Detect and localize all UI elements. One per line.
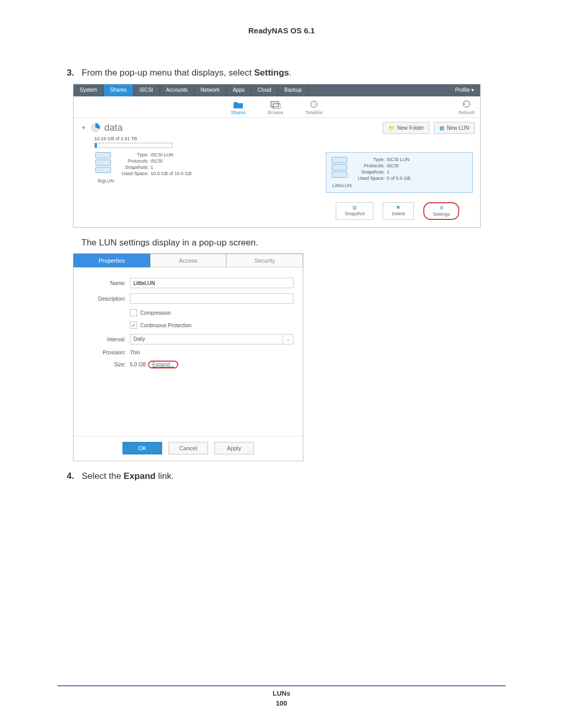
name-label: Name: bbox=[83, 280, 130, 286]
toolbar-timeline-label: Timeline bbox=[305, 110, 323, 115]
biglun-card[interactable]: BigLUN Type:iSCSI LUN Protocols:iSCSI Sn… bbox=[94, 152, 315, 193]
v: iSCSI bbox=[151, 158, 163, 164]
nav-shares[interactable]: Shares bbox=[104, 84, 133, 96]
new-lun-button[interactable]: ▦ New LUN bbox=[434, 122, 475, 134]
name-field[interactable] bbox=[130, 278, 293, 288]
lun-disk-icon bbox=[95, 159, 111, 166]
compression-label: Compression bbox=[140, 310, 171, 316]
provision-value: Thin bbox=[130, 350, 140, 355]
littlelun-card[interactable]: LittleLUN Type:iSCSI LUN Protocols:iSCSI… bbox=[326, 152, 473, 193]
shares-screenshot: System Shares iSCSI Accounts Network App… bbox=[73, 84, 481, 228]
provision-label: Provision: bbox=[83, 350, 130, 355]
cancel-button[interactable]: Cancel bbox=[168, 442, 208, 454]
v: 1 bbox=[387, 169, 389, 175]
delete-label: Delete bbox=[391, 211, 405, 216]
size-label: Size: bbox=[83, 362, 130, 367]
new-folder-label: New Folder bbox=[397, 125, 424, 131]
settings-label: Settings bbox=[433, 212, 450, 217]
folder-icon: 📁 bbox=[388, 125, 395, 131]
volume-usage-text: 10.19 GB of 2.61 TB bbox=[94, 136, 480, 141]
toolbar-shares[interactable]: Shares bbox=[231, 100, 246, 115]
delete-icon: ✖ bbox=[396, 205, 400, 210]
v: 0 of 5.0 GB bbox=[387, 176, 411, 181]
chevron-down-icon[interactable]: ⌄ bbox=[283, 334, 293, 344]
volume-header: ▼ data 📁 New Folder ▦ New LUN bbox=[74, 118, 480, 136]
nav-system[interactable]: System bbox=[74, 84, 104, 96]
settings-dialog-screenshot: Properties Access Security Name: Descrip… bbox=[73, 253, 303, 461]
expand-link[interactable]: Expand... bbox=[148, 361, 178, 368]
volume-name: data bbox=[104, 122, 123, 133]
settings-button[interactable]: ⚙ Settings bbox=[423, 202, 459, 220]
lun-actions: ▥ Snapshot ✖ Delete ⚙ Settings bbox=[74, 199, 480, 227]
compression-checkbox[interactable] bbox=[130, 309, 137, 316]
folder-icon bbox=[231, 100, 246, 110]
toolbar-timeline[interactable]: Timeline bbox=[305, 100, 323, 115]
nav-apps[interactable]: Apps bbox=[226, 84, 251, 96]
k: Type: bbox=[117, 152, 151, 157]
continuous-label: Continuous Protection bbox=[140, 323, 191, 328]
k: Protocols: bbox=[353, 163, 387, 168]
step-3-text: From the pop-up menu that displays, sele… bbox=[82, 68, 254, 78]
snapshot-button[interactable]: ▥ Snapshot bbox=[336, 202, 373, 220]
step-3-number: 3. bbox=[67, 66, 79, 80]
apply-button[interactable]: Apply bbox=[214, 442, 254, 454]
delete-button[interactable]: ✖ Delete bbox=[383, 202, 414, 220]
footer-page-number: 100 bbox=[0, 699, 563, 707]
lun-disk-icon bbox=[332, 157, 347, 163]
k: Protocols: bbox=[117, 158, 151, 164]
v: 10.0 GB of 10.0 GB bbox=[151, 171, 192, 176]
step-mid: The LUN settings display in a pop-up scr… bbox=[81, 236, 506, 250]
lun-disk-icon bbox=[95, 167, 111, 173]
nav-backup[interactable]: Backup bbox=[278, 84, 308, 96]
nav-accounts[interactable]: Accounts bbox=[160, 84, 194, 96]
toolbar-refresh-label: Refresh bbox=[458, 110, 475, 115]
new-folder-button[interactable]: 📁 New Folder bbox=[383, 122, 430, 134]
step-3-tail: . bbox=[289, 68, 292, 78]
lun-disk-icon bbox=[95, 152, 111, 158]
step-4-tail: link. bbox=[155, 471, 174, 481]
step-3: 3. From the pop-up menu that displays, s… bbox=[81, 66, 506, 80]
tab-properties[interactable]: Properties bbox=[74, 254, 150, 267]
description-field[interactable] bbox=[130, 293, 293, 304]
gear-icon: ⚙ bbox=[439, 205, 444, 211]
nav-profile[interactable]: Profile ▾ bbox=[449, 84, 480, 96]
interval-select[interactable]: Daily bbox=[130, 334, 283, 344]
k: Snapshots: bbox=[117, 165, 151, 170]
volume-usage-bar bbox=[94, 143, 173, 148]
toolbar-browse[interactable]: Browse bbox=[267, 100, 283, 115]
nav-iscsi[interactable]: iSCSI bbox=[133, 84, 160, 96]
toolbar-refresh[interactable]: Refresh bbox=[458, 100, 475, 115]
volume-pie-icon bbox=[91, 123, 100, 132]
step-4-number: 4. bbox=[67, 470, 79, 483]
lun-disk-icon bbox=[332, 164, 347, 170]
lun-icon: ▦ bbox=[439, 125, 444, 131]
ok-button[interactable]: OK bbox=[123, 442, 162, 454]
continuous-checkbox[interactable]: ✓ bbox=[130, 322, 137, 329]
snapshot-icon: ▥ bbox=[352, 205, 357, 210]
step-4-text: Select the bbox=[82, 471, 124, 481]
tab-access[interactable]: Access bbox=[150, 254, 227, 267]
littlelun-name: LittleLUN bbox=[331, 183, 353, 188]
new-lun-label: New LUN bbox=[447, 125, 469, 131]
document-title: ReadyNAS OS 6.1 bbox=[57, 26, 506, 35]
toolbar-browse-label: Browse bbox=[267, 110, 283, 115]
snapshot-label: Snapshot bbox=[345, 211, 364, 216]
v: 1 bbox=[151, 165, 153, 170]
clock-icon bbox=[305, 100, 323, 110]
browse-icon bbox=[267, 100, 283, 110]
size-value: 5.0 GB bbox=[130, 362, 146, 367]
k: Used Space: bbox=[353, 176, 387, 181]
toolbar-shares-label: Shares bbox=[231, 110, 246, 115]
description-label: Description: bbox=[83, 296, 130, 302]
interval-label: Interval: bbox=[83, 337, 130, 342]
nav-network[interactable]: Network bbox=[194, 84, 227, 96]
step-3-bold: Settings bbox=[254, 68, 289, 78]
v: iSCSI bbox=[387, 163, 399, 168]
nav-cloud[interactable]: Cloud bbox=[251, 84, 278, 96]
k: Snapshots: bbox=[353, 169, 387, 175]
tab-security[interactable]: Security bbox=[226, 254, 303, 267]
collapse-icon[interactable]: ▼ bbox=[81, 125, 87, 131]
k: Type: bbox=[353, 157, 387, 162]
v: iSCSI LUN bbox=[151, 152, 174, 157]
v: iSCSI LUN bbox=[387, 157, 410, 162]
